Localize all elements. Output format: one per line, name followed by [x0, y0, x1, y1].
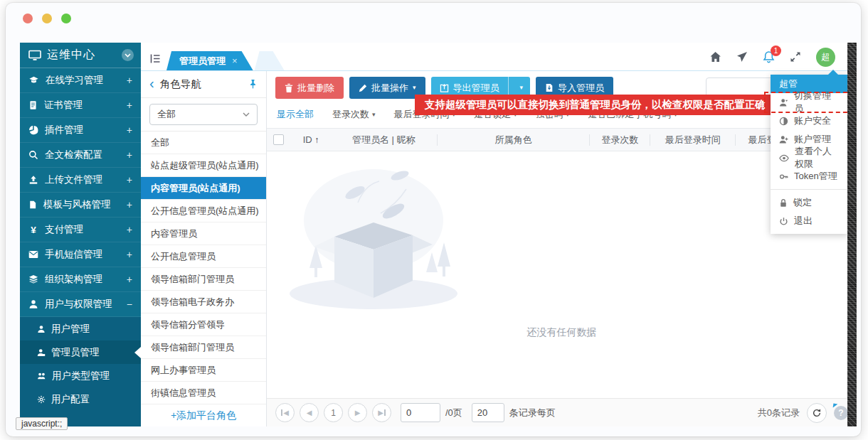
- expand-icon[interactable]: +: [127, 224, 132, 235]
- last-page-button[interactable]: ▶: [372, 403, 391, 422]
- expand-icon[interactable]: +: [127, 249, 132, 260]
- app-window: 运维中心 在线学习管理 + 证书管理 + 插件管理 +: [6, 3, 861, 436]
- page-number-input[interactable]: [401, 403, 440, 422]
- role-item[interactable]: 街镇信息管理员: [141, 382, 266, 404]
- export-icon: [440, 84, 449, 92]
- sidebar-header[interactable]: 运维中心: [20, 43, 141, 68]
- column-login-count[interactable]: 登录次数: [590, 134, 650, 146]
- collapse-menu-icon[interactable]: [122, 49, 134, 61]
- pin-icon[interactable]: [248, 79, 258, 90]
- close-window-button[interactable]: [23, 14, 33, 23]
- sidebar-item-user-config[interactable]: 用户配置: [20, 387, 141, 411]
- content-row: ‹ 角色导航 全部: [141, 71, 857, 426]
- sidebar-submenu: 用户管理 管理员管理 用户类型管理 用户配置: [20, 317, 141, 426]
- sidebar-item-org-structure[interactable]: 组织架构管理 +: [20, 267, 141, 292]
- power-icon: [779, 217, 788, 226]
- avatar[interactable]: 超: [816, 48, 835, 67]
- sidebar-item-sms[interactable]: 手机短信管理 +: [20, 242, 141, 267]
- prev-page-button[interactable]: ◀: [300, 403, 319, 422]
- role-item[interactable]: 公开信息管理员(站点通用): [141, 200, 266, 222]
- sidebar-item-user-management[interactable]: 用户管理: [20, 317, 141, 340]
- role-item[interactable]: 领导信箱部门管理员: [141, 268, 266, 291]
- tab-close-icon[interactable]: ×: [232, 55, 238, 66]
- next-page-button[interactable]: ▶: [348, 403, 367, 422]
- tab-admin-management[interactable]: 管理员管理 ×: [166, 51, 253, 70]
- chevron-down-icon: [243, 112, 250, 117]
- main-content: 批量删除 批量操作 ▾ 导出管理员 ▾: [267, 71, 857, 426]
- first-page-button[interactable]: ◀: [275, 403, 295, 422]
- role-panel-header: ‹ 角色导航: [141, 71, 266, 98]
- user-icon: [37, 325, 46, 333]
- role-item[interactable]: 公开信息管理员: [141, 245, 266, 268]
- fullscreen-icon[interactable]: [790, 51, 801, 63]
- column-name[interactable]: 管理员名 | 昵称: [331, 134, 438, 146]
- collapse-panel-icon[interactable]: ‹: [149, 76, 154, 90]
- sidebar-item-online-learning[interactable]: 在线学习管理 +: [20, 68, 141, 93]
- column-id[interactable]: ID ↑: [291, 134, 331, 145]
- expand-icon[interactable]: +: [127, 124, 132, 136]
- menu-item-lock[interactable]: 锁定: [771, 193, 848, 212]
- file-icon: [28, 200, 37, 210]
- role-item[interactable]: 网上办事管理员: [141, 359, 266, 382]
- column-role[interactable]: 所属角色: [438, 134, 591, 146]
- role-item[interactable]: 全部: [141, 132, 266, 154]
- expand-icon[interactable]: +: [127, 199, 132, 210]
- maximize-window-button[interactable]: [61, 14, 71, 23]
- notifications-bell-icon[interactable]: 1: [763, 50, 775, 63]
- toggle-nav-icon[interactable]: [149, 53, 161, 64]
- pagination-bar: ◀ ◀ 1 ▶ ▶ /0页 条记录每页 共0条记录: [267, 398, 857, 426]
- menu-item-logout[interactable]: 退出: [771, 212, 848, 230]
- role-filter-select[interactable]: 全部: [149, 104, 258, 125]
- role-item[interactable]: 内容管理员: [141, 222, 266, 245]
- sidebar-item-user-types[interactable]: 用户类型管理: [20, 364, 141, 387]
- sidebar-item-admin-management[interactable]: 管理员管理: [20, 340, 141, 364]
- role-item[interactable]: 领导信箱分管领导: [141, 313, 266, 336]
- sort-asc-icon: ↑: [314, 135, 319, 145]
- filter-login-count[interactable]: 登录次数▾: [332, 108, 376, 121]
- column-last-login-time[interactable]: 最后登录时间: [650, 134, 736, 146]
- collapse-icon[interactable]: −: [127, 299, 132, 310]
- sidebar-item-upload-files[interactable]: 上传文件管理 +: [20, 168, 141, 193]
- expand-icon[interactable]: +: [127, 149, 132, 161]
- send-icon[interactable]: [736, 51, 748, 63]
- batch-operation-button[interactable]: 批量操作 ▾: [349, 77, 425, 99]
- menu-item-account-security[interactable]: 账户安全: [771, 112, 848, 130]
- role-item[interactable]: 领导信箱电子政务办: [141, 291, 266, 313]
- user-plus-icon: [779, 135, 788, 144]
- page-size-input[interactable]: [472, 403, 504, 422]
- home-icon[interactable]: [709, 51, 721, 63]
- batch-delete-button[interactable]: 批量删除: [275, 77, 344, 99]
- select-all-checkbox[interactable]: [273, 134, 284, 145]
- empty-box-illustration: [267, 160, 480, 323]
- filter-show-all[interactable]: 显示全部: [277, 108, 314, 121]
- sidebar-item-users-permissions[interactable]: 用户与权限管理 −: [20, 292, 141, 317]
- trash-icon: [285, 83, 293, 92]
- total-records-label: 共0条记录: [758, 407, 800, 419]
- expand-icon[interactable]: +: [127, 274, 132, 285]
- sidebar-item-templates[interactable]: 模板与风格管理 +: [20, 193, 141, 218]
- minimize-window-button[interactable]: [42, 14, 52, 23]
- expand-icon[interactable]: +: [127, 100, 132, 111]
- role-item[interactable]: 站点超级管理员(站点通用): [141, 154, 266, 177]
- empty-state: 还没有任何数据: [267, 160, 857, 339]
- expand-icon[interactable]: +: [127, 174, 132, 186]
- sidebar-item-certificates[interactable]: 证书管理 +: [20, 93, 141, 118]
- refresh-button[interactable]: [807, 403, 827, 423]
- sidebar-item-payments[interactable]: ¥ 支付管理 +: [20, 218, 141, 242]
- role-item-selected[interactable]: 内容管理员(站点通用): [141, 177, 266, 200]
- sidebar-item-fulltext-search[interactable]: 全文检索配置 +: [20, 143, 141, 168]
- help-icon[interactable]: ?: [834, 406, 848, 420]
- notification-badge: 1: [771, 45, 781, 56]
- menu-item-switch-admin[interactable]: 切换管理员: [771, 93, 848, 112]
- role-panel-title: 角色导航: [160, 77, 243, 91]
- current-page-button[interactable]: 1: [324, 403, 343, 422]
- sidebar-item-plugins[interactable]: 插件管理 +: [20, 118, 141, 143]
- menu-item-token-management[interactable]: Token管理: [771, 167, 848, 186]
- yen-icon: ¥: [28, 225, 38, 235]
- user-dropdown-menu: 超管 切换管理员 账户安全 账户管理 查看个人权限 Token管理: [771, 75, 848, 234]
- add-platform-role-link[interactable]: +添加平台角色: [141, 404, 266, 426]
- scrollbar-noise-strip[interactable]: [847, 43, 857, 426]
- expand-icon[interactable]: +: [127, 75, 132, 86]
- menu-item-view-permissions[interactable]: 查看个人权限: [771, 149, 848, 167]
- role-item[interactable]: 领导信箱部门管理员: [141, 336, 266, 359]
